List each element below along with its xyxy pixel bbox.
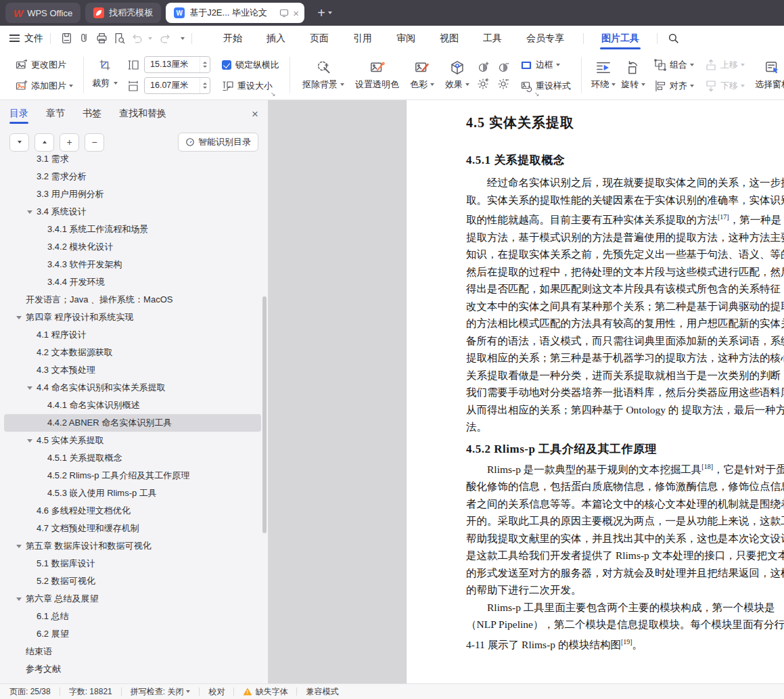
collapse-arrow-icon[interactable] bbox=[16, 545, 22, 548]
undo-dropdown-icon[interactable] bbox=[148, 37, 152, 40]
sidebar-tab-find-replace[interactable]: 查找和替换 bbox=[119, 100, 166, 127]
reset-style-button[interactable]: 重设样式 bbox=[517, 77, 574, 94]
menu-tab[interactable]: 会员专享 bbox=[514, 26, 576, 51]
menu-tab[interactable]: 审阅 bbox=[384, 26, 428, 51]
tab-document-active[interactable]: W 基于J2E... 毕业论文 × bbox=[166, 3, 304, 23]
tab-wps-office[interactable]: W WPS Office bbox=[5, 3, 80, 23]
size-dialog-launcher-icon[interactable]: ↘ bbox=[271, 91, 276, 97]
save-button[interactable] bbox=[57, 30, 75, 47]
brightness-increase-icon[interactable] bbox=[478, 77, 490, 89]
toc-item[interactable]: 4.2 文本数据源获取 bbox=[4, 344, 261, 361]
toc-item[interactable]: 第五章 数据库设计和数据可视化 bbox=[4, 537, 261, 555]
toc-item[interactable]: 3.4.1 系统工作流程和场景 bbox=[4, 221, 261, 238]
set-transparent-color-button[interactable]: 设置透明色 bbox=[350, 54, 405, 96]
collapse-arrow-icon[interactable] bbox=[27, 210, 32, 214]
collapse-arrow-icon[interactable] bbox=[27, 386, 32, 390]
toc-item[interactable]: 3.1 需求 bbox=[4, 150, 261, 168]
toc-item[interactable]: 开发语言；Java 、操作系统：MacOS bbox=[4, 291, 261, 309]
menu-tab[interactable]: 视图 bbox=[428, 26, 471, 51]
toc-item[interactable]: 3.2 需求分析 bbox=[4, 168, 261, 185]
toc-item[interactable]: 6.1 总结 bbox=[4, 608, 261, 625]
collapse-arrow-icon[interactable] bbox=[16, 597, 22, 601]
print-button[interactable] bbox=[93, 30, 110, 47]
menu-tab[interactable]: 页面 bbox=[298, 26, 341, 51]
format-painter-button[interactable] bbox=[75, 30, 93, 47]
change-picture-button[interactable]: 更改图片 bbox=[12, 56, 76, 73]
document-page[interactable]: 4.5 实体关系提取4.5.1 关系提取概念经过命名实体识别之后，现在就要提取实… bbox=[406, 100, 784, 683]
print-preview-button[interactable] bbox=[110, 30, 128, 47]
contrast-decrease-icon[interactable] bbox=[498, 61, 510, 73]
toc-item[interactable]: 4.4 命名实体识别和实体关系提取 bbox=[4, 379, 261, 397]
tab-docer-templates[interactable]: 找稻壳模板 bbox=[85, 3, 161, 23]
adjust-dialog-launcher-icon[interactable]: ↘ bbox=[534, 91, 540, 97]
sidebar-scrollbar[interactable] bbox=[262, 296, 267, 533]
menu-tab[interactable]: 引用 bbox=[341, 26, 384, 51]
toc-item[interactable]: 4.5.2 Rlims-p 工具介绍及其工作原理 bbox=[4, 467, 261, 484]
toc-item[interactable]: 5.1 数据库设计 bbox=[4, 555, 261, 572]
file-menu-button[interactable]: 文件 bbox=[9, 32, 43, 45]
toc-item[interactable]: 3.4 系统设计 bbox=[4, 203, 261, 221]
new-tab-button[interactable]: + bbox=[317, 5, 332, 21]
collapse-all-button[interactable] bbox=[34, 133, 54, 152]
align-button[interactable]: 对齐 bbox=[651, 77, 697, 94]
menu-tab[interactable]: 插入 bbox=[254, 26, 298, 51]
sidebar-tab-bookmarks[interactable]: 书签 bbox=[83, 100, 101, 127]
width-input[interactable]: 16.07厘米 bbox=[144, 77, 210, 94]
height-input[interactable]: 15.13厘米 bbox=[144, 56, 210, 73]
split-screen-icon[interactable] bbox=[279, 8, 289, 18]
width-stepper[interactable] bbox=[200, 78, 207, 93]
collapse-arrow-icon[interactable] bbox=[16, 316, 22, 319]
missing-fonts-warning[interactable]: 缺失字体 bbox=[243, 686, 287, 698]
zoom-out-outline-button[interactable]: − bbox=[85, 133, 104, 152]
redo-button[interactable] bbox=[156, 30, 174, 47]
expand-all-button[interactable] bbox=[9, 133, 29, 152]
color-button[interactable]: 色彩 bbox=[405, 54, 440, 96]
smart-toc-button[interactable]: 智能识别目录 bbox=[178, 133, 258, 152]
close-sidebar-icon[interactable]: × bbox=[252, 108, 258, 120]
sidebar-tab-toc[interactable]: 目录 bbox=[9, 100, 28, 127]
wrap-text-button[interactable]: 环绕 bbox=[589, 54, 618, 96]
close-tab-icon[interactable]: × bbox=[293, 7, 299, 19]
group-button[interactable]: 组合 bbox=[651, 56, 697, 73]
rotate-button[interactable]: 旋转 bbox=[618, 54, 648, 96]
toc-item[interactable]: 4.3 文本预处理 bbox=[4, 361, 261, 379]
toc-item[interactable]: 结束语 bbox=[4, 643, 261, 660]
selection-pane-button[interactable]: 选择窗格 bbox=[750, 54, 784, 96]
menu-tab[interactable]: 开始 bbox=[211, 26, 254, 51]
add-picture-button[interactable]: 添加图片 bbox=[12, 77, 76, 94]
toc-item[interactable]: 4.7 文档预处理和缓存机制 bbox=[4, 520, 261, 537]
undo-button[interactable] bbox=[128, 30, 145, 47]
toc-item[interactable]: 第四章 程序设计和系统实现 bbox=[4, 309, 261, 326]
remove-background-button[interactable]: 抠除背景 bbox=[297, 54, 350, 96]
collapse-arrow-icon[interactable] bbox=[27, 439, 32, 443]
tab-picture-tools[interactable]: 图片工具 bbox=[591, 26, 650, 51]
toc-item[interactable]: 4.5 实体关系提取 bbox=[4, 432, 261, 449]
lock-aspect-ratio-checkbox[interactable]: 锁定纵横比 bbox=[218, 56, 283, 73]
toc-item[interactable]: 4.5.3 嵌入使用 Rlims-p 工具 bbox=[4, 484, 261, 502]
word-count[interactable]: 字数: 18821 bbox=[69, 686, 112, 698]
compat-mode-indicator[interactable]: 兼容模式 bbox=[306, 686, 338, 698]
toc-item[interactable]: 3.4.2 模块化设计 bbox=[4, 238, 261, 256]
sidebar-tab-chapters[interactable]: 章节 bbox=[46, 100, 65, 127]
toc-item[interactable]: 4.5.1 关系提取概念 bbox=[4, 449, 261, 467]
page-indicator[interactable]: 页面: 25/38 bbox=[9, 686, 51, 698]
toc-item[interactable]: 4.1 程序设计 bbox=[4, 326, 261, 344]
toc-item[interactable]: 3.3 用户用例分析 bbox=[4, 185, 261, 203]
proofread-button[interactable]: 校对 bbox=[208, 686, 225, 698]
brightness-decrease-icon[interactable] bbox=[498, 77, 510, 89]
toc-item[interactable]: 5.2 数据可视化 bbox=[4, 572, 261, 590]
toc-item[interactable]: 4.4.1 命名实体识别概述 bbox=[4, 397, 261, 414]
contrast-increase-icon[interactable] bbox=[478, 61, 490, 73]
search-button[interactable] bbox=[664, 30, 682, 47]
toc-item[interactable]: 4.6 多线程处理文档优化 bbox=[4, 502, 261, 520]
spellcheck-toggle[interactable]: 拼写检查: 关闭 bbox=[131, 686, 191, 698]
zoom-in-outline-button[interactable]: + bbox=[60, 133, 79, 152]
quick-toolbar-dropdown-icon[interactable] bbox=[181, 37, 185, 40]
toc-item[interactable]: 第六章 总结及展望 bbox=[4, 590, 261, 608]
toc-item[interactable]: 3.4.4 开发环境 bbox=[4, 273, 261, 291]
border-button[interactable]: 边框 bbox=[517, 56, 574, 73]
effects-button[interactable]: 效果 bbox=[440, 54, 475, 96]
toc-item[interactable]: 3.4.3 软件开发架构 bbox=[4, 256, 261, 273]
toc-item[interactable]: 参考文献 bbox=[4, 660, 261, 678]
crop-button[interactable]: 裁剪 bbox=[91, 75, 119, 92]
